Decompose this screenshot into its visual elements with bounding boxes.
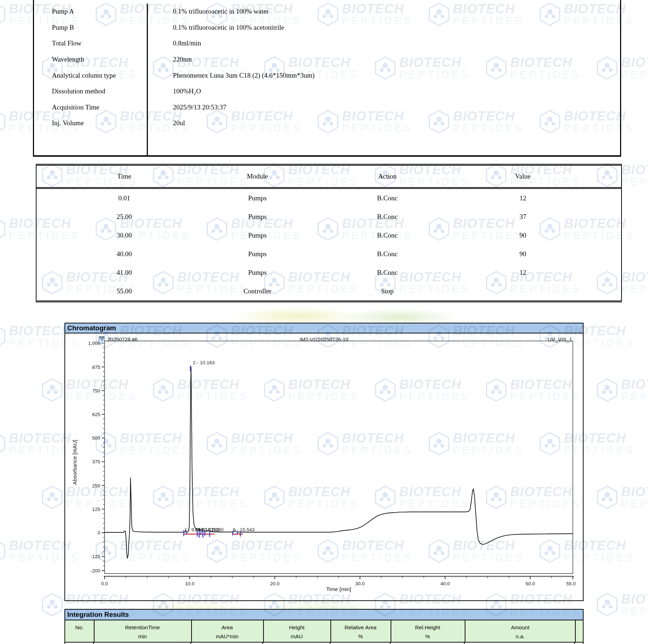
svg-text:6 - 15.543: 6 - 15.543 — [233, 527, 255, 532]
cell-action: B.Conc — [323, 208, 452, 226]
integration-results-panel: Integration Results No. RetentionTimemin… — [64, 609, 584, 644]
table-row: Acquisition Time 2025/9/13 20:53:37 — [34, 99, 620, 116]
table-row: 25.00 Pumps B.Conc 37 — [37, 208, 621, 226]
svg-text:0: 0 — [97, 530, 100, 536]
cell-value: 90 — [459, 245, 587, 263]
hexagon-logo-icon — [596, 592, 618, 617]
svg-text:375: 375 — [92, 459, 100, 464]
svg-text:10.0: 10.0 — [185, 581, 194, 586]
svg-text:875: 875 — [92, 365, 100, 370]
svg-text:625: 625 — [92, 412, 100, 417]
hexagon-logo-icon — [41, 485, 63, 509]
method-value: 2025/9/13 20:53:37 — [148, 99, 620, 116]
svg-text:0.0: 0.0 — [101, 581, 108, 586]
svg-text:750: 750 — [92, 388, 100, 394]
watermark-tile: BIOTECHPEPTIDES — [596, 592, 648, 617]
column-header-no: No. — [65, 620, 94, 642]
method-value: 20ul — [148, 115, 620, 131]
x-axis-label: Time [min] — [303, 586, 374, 592]
column-header-area: AreamAU*min — [191, 620, 263, 642]
method-label: Inj. Volume — [34, 115, 148, 131]
cell-action: Stop — [323, 282, 452, 301]
cell-module: Pumps — [194, 189, 321, 208]
svg-text:5 - 12.280: 5 - 12.280 — [202, 527, 224, 532]
hexagon-logo-icon — [0, 217, 6, 241]
table-row: Pump A 0.1% trifluoroacetic in 100% wate… — [34, 4, 620, 20]
svg-text:40.0: 40.0 — [440, 581, 450, 586]
gradient-program-table: Time Module Action Value 0.01 Pumps B.Co… — [36, 164, 622, 302]
watermark-text: BIOTECH — [621, 163, 648, 177]
cell-time: 0.01 — [54, 189, 194, 208]
watermark-text: PEPTIDES — [621, 606, 648, 617]
watermark-text: PEPTIDES — [621, 69, 648, 80]
cell-module: Controller — [194, 282, 321, 301]
column-header-height: HeightmAU — [263, 620, 330, 642]
watermark-text: BIOTECH — [621, 592, 648, 606]
method-label-filler — [34, 131, 148, 155]
hexagon-logo-icon — [0, 431, 6, 456]
cell-module: Pumps — [194, 245, 321, 263]
hexagon-logo-icon — [0, 2, 6, 26]
method-value: 0.1% trifluoroacetic in 100% acetonitril… — [148, 20, 620, 36]
table-body: 0.01 Pumps B.Conc 12 25.00 Pumps B.Conc … — [37, 189, 621, 301]
y-axis-label: Absorbance [mAU] — [72, 426, 79, 498]
cell-time: 55.00 — [54, 282, 194, 301]
table-row: Total Flow 0.8ml/min — [34, 35, 620, 52]
watermark-text: BIOTECH — [621, 485, 648, 499]
watermark-text: PEPTIDES — [621, 391, 648, 402]
cell-module: Pumps — [194, 208, 321, 226]
method-label: Analytical column type — [34, 67, 148, 83]
method-value: 0.1% trifluoroacetic in 100% water — [148, 4, 620, 20]
watermark-text: BIOTECH — [621, 56, 648, 69]
integration-panel-title: Integration Results — [64, 609, 584, 620]
svg-text:-125: -125 — [91, 554, 100, 559]
chromatogram-panel-title: Chromatogram — [64, 323, 584, 333]
svg-text:30.0: 30.0 — [355, 581, 364, 586]
cell-time: 25.00 — [54, 208, 194, 226]
cell-action: B.Conc — [323, 263, 452, 282]
chromatogram-plot: -200-12501252503755006257508751,0000.010… — [65, 333, 583, 600]
svg-text:-200: -200 — [91, 568, 100, 574]
hexagon-logo-icon — [596, 378, 618, 402]
sample-id: IM2-VI220250726-10 — [65, 337, 583, 342]
method-value: 0.8ml/min — [148, 35, 620, 52]
svg-text:125: 125 — [92, 507, 100, 512]
cell-action: B.Conc — [323, 226, 452, 245]
integration-first-row-sliver — [64, 643, 584, 644]
table-row: Analytical column type Phenomenex Luna 3… — [34, 67, 620, 83]
cell-action: B.Conc — [323, 189, 452, 208]
column-header-retention-time: RetentionTimemin — [94, 620, 191, 642]
cell-module: Pumps — [194, 226, 321, 245]
table-filler — [34, 131, 620, 155]
method-value: Phenomenex Luna 3um C18 (2) (4.6*150mm*3… — [148, 67, 620, 83]
cell-value: 37 — [459, 208, 587, 226]
watermark-tile: BIOTECHPEPTIDES — [596, 378, 648, 402]
watermark-text: PEPTIDES — [621, 177, 648, 187]
table-row: 0.01 Pumps B.Conc 12 — [37, 189, 621, 208]
method-value-filler — [148, 131, 620, 155]
svg-text:55.0: 55.0 — [566, 581, 576, 586]
svg-text:50.0: 50.0 — [526, 581, 535, 586]
hexagon-logo-icon — [0, 324, 6, 348]
method-label: Wavelength — [34, 52, 148, 68]
cell-module: Pumps — [194, 263, 321, 282]
method-value: 220nm — [148, 52, 620, 68]
column-header: Action — [323, 166, 452, 187]
hexagon-logo-icon — [41, 378, 63, 402]
column-header-amount: Amountn.a. — [465, 620, 576, 642]
integration-header-row: No. RetentionTimemin AreamAU*min Heightm… — [64, 620, 584, 643]
hexagon-logo-icon — [0, 109, 6, 134]
cell-time: 40.00 — [54, 245, 194, 263]
watermark-text: BIOTECH — [621, 270, 648, 284]
column-header-rel-height: Rel.Height% — [391, 620, 465, 642]
method-label: Pump B — [34, 20, 148, 36]
hexagon-logo-icon — [41, 592, 63, 617]
cell-action: B.Conc — [323, 245, 452, 263]
hexagon-logo-icon — [596, 485, 618, 509]
table-row: Dissolution method 100%H₂O — [34, 83, 620, 99]
cell-value — [459, 282, 587, 301]
method-label: Acquisition Time — [34, 99, 148, 116]
channel-id: UV_VIS_1 — [548, 337, 572, 342]
column-header-relative-area: Relative Area% — [330, 620, 391, 642]
watermark-text: PEPTIDES — [621, 284, 648, 295]
